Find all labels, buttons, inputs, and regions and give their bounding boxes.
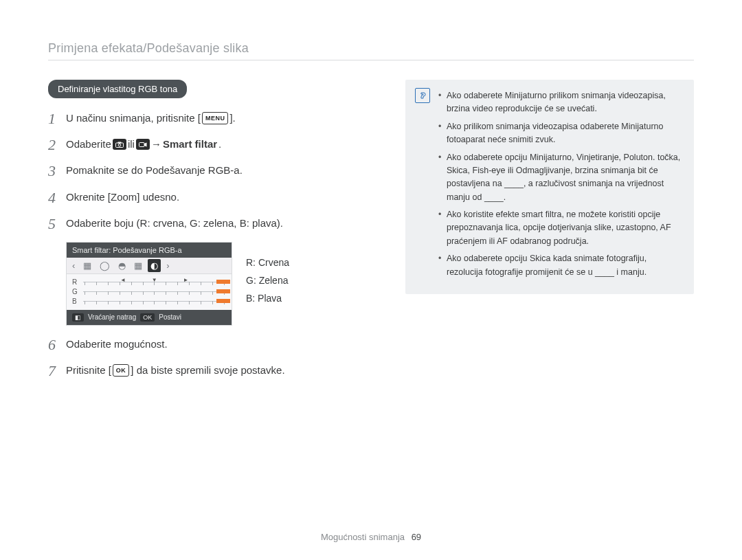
step-7: 7 Pritisnite [ OK ] da biste spremili sv… (48, 363, 378, 379)
step-text: Odaberite boju (R: crvena, G: zelena, B:… (66, 216, 283, 232)
step-number: 7 (48, 363, 66, 379)
step-text: Odaberite mogućnost. (66, 337, 168, 352)
step2-pre: Odaberite (66, 137, 111, 153)
svg-rect-1 (117, 142, 121, 143)
ok-softkey-icon[interactable]: OK (140, 313, 155, 322)
info-item: Ako koristite efekte smart ﬁltra, ne mož… (438, 208, 682, 248)
step-number: 6 (48, 337, 66, 353)
info-item: Ako odaberete opciju Skica kada snimate … (438, 252, 682, 279)
or-word: ili (128, 137, 135, 153)
tab-item[interactable]: ◓ (115, 259, 128, 272)
video-mode-icon (136, 139, 150, 150)
info-item: Ako prilikom snimanja videozapisa odaber… (438, 120, 682, 147)
tab-left-arrow-icon[interactable]: ‹ (69, 259, 78, 272)
left-column: Deﬁniranje vlastitog RGB tona 1 U načinu… (48, 80, 378, 389)
slider-row-r: R ◄▼► (72, 278, 226, 286)
step-3: 3 Pomaknite se do Podešavanje RGB-a. (48, 163, 378, 179)
step-text: U načinu snimanja, pritisnite [ MENU ]. (66, 111, 236, 126)
step-2: 2 Odaberite ili → Smart ﬁltar . (48, 137, 378, 153)
step-1: 1 U načinu snimanja, pritisnite [ MENU ]… (48, 111, 378, 127)
tab-item[interactable]: ▦ (131, 259, 145, 272)
page-title: Primjena efekata/Podešavanje slika (48, 41, 694, 60)
step-text: Odaberite ili → Smart ﬁltar . (66, 137, 221, 153)
callout-r: R: Crvena (246, 257, 289, 268)
slider-label: B (72, 298, 79, 305)
camera-screen: Smart ﬁltar: Podešavanje RGB-a ‹ ▦ ◯ ◓ ▦… (66, 242, 232, 326)
menu-button-icon: MENU (202, 112, 229, 124)
camera-screen-footer: ◧ Vraćanje natrag OK Postavi (67, 310, 232, 325)
slider-handle[interactable] (216, 299, 230, 303)
slider-label: G (72, 288, 79, 295)
step-text: Pomaknite se do Podešavanje RGB-a. (66, 163, 243, 179)
info-icon (415, 88, 430, 103)
tab-item[interactable]: ▦ (80, 259, 94, 272)
callout-g: G: Zelena (246, 275, 289, 286)
right-column: Ako odaberete Minijaturno prilikom snima… (405, 80, 694, 389)
slider-track[interactable] (83, 298, 226, 304)
step-4: 4 Okrenite [Zoom] udesno. (48, 190, 378, 206)
camera-screen-title: Smart ﬁltar: Podešavanje RGB-a (67, 243, 232, 258)
page: Primjena efekata/Podešavanje slika Deﬁni… (0, 0, 742, 560)
info-item: Ako odaberete Minijaturno prilikom snima… (438, 89, 682, 116)
callouts: R: Crvena G: Zelena B: Plava (246, 257, 289, 311)
columns: Deﬁniranje vlastitog RGB tona 1 U načinu… (48, 80, 694, 389)
photo-mode-icon (113, 139, 126, 150)
footer-label: Mogućnosti snimanja (321, 532, 405, 542)
step-number: 3 (48, 163, 66, 179)
info-item: Ako odaberete opciju Minijaturno, Vinjet… (438, 151, 682, 205)
ok-button-icon: OK (113, 364, 130, 377)
step-6: 6 Odaberite mogućnost. (48, 337, 378, 353)
slider-handle[interactable] (216, 289, 230, 293)
tab-right-arrow-icon[interactable]: › (164, 259, 172, 272)
info-box: Ako odaberete Minijaturno prilikom snima… (405, 80, 694, 294)
tab-item-active[interactable]: ◐ (148, 259, 161, 272)
step-number: 5 (48, 216, 66, 232)
step2-end: . (218, 137, 221, 153)
section-chip: Deﬁniranje vlastitog RGB tona (48, 80, 187, 98)
step-number: 1 (48, 111, 66, 127)
footer-set-label: Postavi (159, 313, 181, 321)
smart-filter-label: Smart ﬁltar (163, 137, 217, 153)
step-5: 5 Odaberite boju (R: crvena, G: zelena, … (48, 216, 378, 232)
back-softkey-icon[interactable]: ◧ (72, 313, 84, 322)
slider-track[interactable] (83, 288, 226, 295)
camera-screen-tabbar: ‹ ▦ ◯ ◓ ▦ ◐ › (67, 258, 232, 274)
step7-post: ] da biste spremili svoje postavke. (131, 363, 284, 379)
footer-page-number: 69 (412, 532, 421, 542)
slider-row-g: G (72, 288, 226, 295)
figure-row: Smart ﬁltar: Podešavanje RGB-a ‹ ▦ ◯ ◓ ▦… (66, 242, 378, 326)
slider-label: R (72, 278, 79, 286)
slider-handle[interactable] (216, 280, 230, 284)
slider-row-b: B (72, 298, 226, 305)
step-number: 4 (48, 190, 66, 206)
footer-back-label: Vraćanje natrag (88, 313, 136, 321)
arrow: → (151, 137, 161, 153)
slider-track[interactable]: ◄▼► (83, 278, 226, 285)
step7-pre: Pritisnite [ (66, 363, 111, 379)
callout-b: B: Plava (246, 293, 289, 304)
tab-item[interactable]: ◯ (97, 259, 113, 272)
step-number: 2 (48, 137, 66, 153)
page-footer: Mogućnosti snimanja 69 (0, 532, 742, 542)
step-text: Okrenite [Zoom] udesno. (66, 190, 179, 205)
step1-pre: U načinu snimanja, pritisnite [ (66, 111, 201, 126)
step-text: Pritisnite [ OK ] da biste spremili svoj… (66, 363, 285, 379)
step1-post: ]. (229, 111, 235, 126)
info-list: Ako odaberete Minijaturno prilikom snima… (438, 89, 682, 279)
svg-point-2 (118, 144, 121, 146)
camera-screen-body: R ◄▼► G (67, 274, 232, 310)
svg-rect-3 (139, 142, 144, 146)
